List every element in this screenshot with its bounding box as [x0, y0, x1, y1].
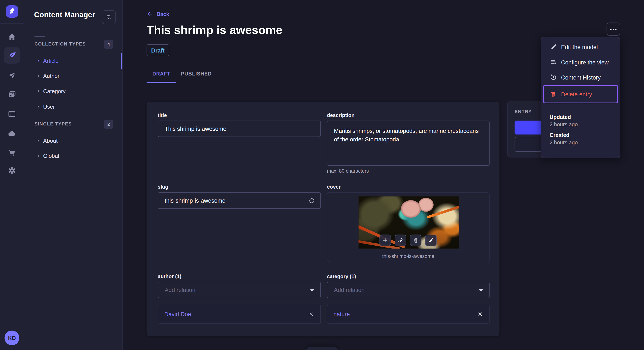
chevron-down-icon	[310, 289, 314, 292]
search-icon	[106, 14, 112, 21]
ellipsis-icon	[610, 28, 612, 30]
single-types-count: 2	[104, 120, 113, 129]
home-icon[interactable]	[4, 29, 20, 45]
sidebar-item-user[interactable]: User	[38, 103, 55, 111]
marketplace-icon[interactable]	[4, 144, 20, 161]
active-item-indicator	[121, 53, 122, 69]
page-title: This shrimp is awesome	[146, 23, 282, 37]
sidebar-title: Content Manager	[34, 11, 95, 19]
cover-image-detail	[359, 196, 459, 249]
bullet-icon	[38, 75, 40, 77]
link-icon	[397, 237, 404, 244]
category-relation-item: nature	[327, 305, 490, 324]
content-type-builder-icon[interactable]	[4, 106, 20, 122]
menu-item-edit-model[interactable]: Edit the model	[541, 39, 620, 54]
edit-form-panel: title This shrimp is awesome description…	[146, 102, 500, 336]
author-relation-combobox[interactable]: Add relation	[158, 282, 321, 298]
bottom-peek-element	[306, 347, 338, 350]
tab-draft[interactable]: DRAFT	[146, 70, 176, 78]
remove-relation-button[interactable]	[308, 311, 314, 317]
content-manager-icon[interactable]	[4, 47, 20, 64]
plus-icon	[382, 237, 389, 244]
copy-link-button[interactable]	[394, 234, 406, 246]
bullet-icon	[38, 106, 40, 108]
entry-panel-title: ENTRY	[514, 109, 532, 114]
cover-label: cover	[327, 184, 340, 190]
bullet-icon	[38, 140, 40, 142]
sidebar-item-article[interactable]: Article	[38, 57, 58, 65]
trash-icon	[550, 91, 557, 97]
sidebar-item-category[interactable]: Category	[38, 87, 66, 95]
slug-input[interactable]: this-shrimp-is-awesome	[158, 192, 321, 209]
menu-item-delete-entry[interactable]: Delete entry	[543, 85, 618, 103]
category-relation-combobox[interactable]: Add relation	[327, 282, 490, 298]
cloud-icon[interactable]	[4, 125, 20, 141]
description-textarea[interactable]: Mantis shrimps, or stomatopods, are mari…	[327, 121, 490, 166]
author-relation-item: David Doe	[158, 305, 321, 324]
title-label: title	[158, 112, 167, 118]
edit-asset-button[interactable]	[425, 234, 436, 246]
sidebar-item-global[interactable]: Global	[38, 152, 59, 160]
relation-link[interactable]: David Doe	[164, 311, 191, 318]
search-button[interactable]	[102, 10, 116, 24]
cover-field: this-shrimp-is-awesome	[327, 192, 490, 262]
delete-asset-button[interactable]	[410, 234, 422, 246]
back-link[interactable]: Back	[146, 11, 169, 17]
bullet-icon	[38, 155, 40, 157]
strapi-logo[interactable]	[6, 5, 18, 18]
back-arrow-icon	[146, 11, 153, 17]
relation-link[interactable]: nature	[334, 311, 350, 318]
cover-caption: this-shrimp-is-awesome	[327, 253, 489, 259]
more-actions-button[interactable]	[606, 22, 620, 36]
nav-rail: KD	[0, 0, 24, 350]
title-input[interactable]: This shrimp is awesome	[158, 121, 321, 137]
rail-divider	[0, 326, 24, 326]
status-badge: Draft	[146, 44, 169, 56]
menu-item-configure-view[interactable]: Configure the view	[541, 54, 620, 70]
updated-label: Updated	[550, 114, 612, 121]
section-single-types: SINGLE TYPES	[34, 121, 72, 126]
settings-icon[interactable]	[4, 163, 20, 179]
remove-relation-button[interactable]	[477, 311, 483, 317]
add-asset-button[interactable]	[380, 234, 391, 246]
menu-item-content-history[interactable]: Content History	[541, 70, 620, 85]
sidebar-divider	[34, 36, 45, 37]
description-hint: max. 80 characters	[327, 168, 369, 174]
slug-label: slug	[158, 184, 168, 190]
section-collection-types: COLLECTION TYPES	[34, 41, 86, 46]
pencil-icon	[428, 237, 434, 243]
pencil-icon	[550, 43, 557, 50]
media-library-icon[interactable]	[4, 86, 20, 103]
collection-types-count: 4	[104, 40, 113, 49]
sidebar-item-author[interactable]: Author	[38, 72, 60, 80]
actions-dropdown-menu: Edit the model Configure the view	[541, 37, 620, 159]
updated-value: 2 hours ago	[550, 121, 612, 128]
cover-image	[359, 196, 459, 249]
entry-meta: Updated 2 hours ago Created 2 hours ago	[541, 106, 620, 158]
active-tab-underline	[146, 82, 176, 83]
created-value: 2 hours ago	[550, 139, 612, 147]
description-label: description	[327, 112, 354, 118]
regenerate-slug-icon[interactable]	[308, 197, 315, 204]
sidebar: Content Manager COLLECTION TYPES 4 Artic…	[24, 0, 123, 350]
content-manager-app: KD Content Manager COLLECTION TYPES 4 Ar…	[0, 0, 644, 350]
bullet-icon	[38, 60, 40, 62]
trash-icon	[412, 237, 419, 243]
chevron-down-icon	[479, 289, 483, 292]
rail-divider	[0, 23, 24, 24]
category-label: category (1)	[327, 273, 356, 279]
close-icon	[308, 311, 314, 317]
sidebar-item-about[interactable]: About	[38, 137, 58, 145]
history-icon	[550, 74, 557, 81]
created-label: Created	[550, 132, 612, 139]
avatar[interactable]: KD	[4, 331, 19, 345]
author-label: author (1)	[158, 273, 182, 279]
tab-published[interactable]: PUBLISHED	[178, 70, 215, 78]
configure-view-icon	[550, 59, 557, 66]
close-icon	[477, 311, 483, 317]
releases-icon[interactable]	[4, 67, 20, 84]
bullet-icon	[38, 90, 40, 92]
